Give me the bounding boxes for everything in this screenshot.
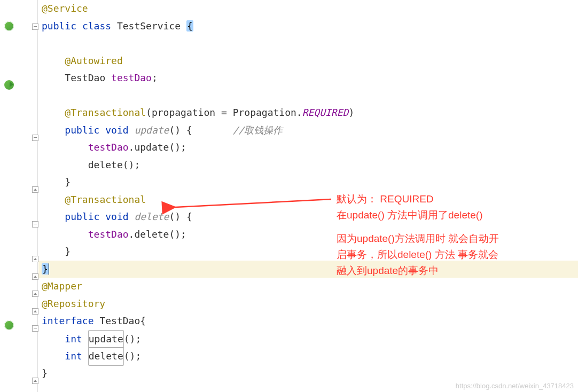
- annotation-token: @Mapper: [42, 280, 82, 292]
- code-line[interactable]: int delete();: [38, 347, 578, 365]
- matched-brace: }: [42, 263, 49, 275]
- code-line[interactable]: }: [38, 365, 578, 382]
- annotation-token: @Autowired: [65, 55, 122, 66]
- annotation-token: @Repository: [42, 298, 105, 309]
- fold-toggle-icon[interactable]: [32, 221, 38, 228]
- fold-toggle-icon[interactable]: [32, 135, 38, 141]
- caret-icon: [49, 263, 50, 275]
- code-line[interactable]: delete();: [38, 156, 578, 174]
- fold-toggle-icon[interactable]: [32, 325, 38, 332]
- fold-end-icon[interactable]: [32, 378, 38, 384]
- code-line[interactable]: TestDao testDao;: [38, 69, 578, 87]
- gutter: [0, 0, 31, 392]
- code-line[interactable]: interface TestDao{: [38, 312, 578, 330]
- code-line[interactable]: public class TestService {: [38, 18, 578, 35]
- code-line[interactable]: testDao.update();: [38, 139, 578, 156]
- code-line[interactable]: @Mapper: [38, 278, 578, 295]
- matched-brace: {: [186, 20, 193, 32]
- fold-end-icon[interactable]: [32, 308, 38, 315]
- code-line[interactable]: int update();: [38, 330, 578, 348]
- annotation-token: @Service: [42, 3, 88, 14]
- code-line[interactable]: [38, 35, 578, 52]
- fold-end-icon[interactable]: [32, 256, 38, 262]
- code-line[interactable]: [38, 87, 578, 105]
- fold-end-icon[interactable]: [32, 273, 38, 280]
- fold-toggle-icon[interactable]: [32, 23, 38, 30]
- method-highlight: delete: [88, 347, 124, 366]
- annotation-token: @Transactional: [65, 107, 146, 118]
- method-highlight: update: [88, 330, 124, 349]
- code-line[interactable]: @Service: [38, 0, 578, 18]
- autowired-icon[interactable]: [4, 80, 14, 90]
- code-editor[interactable]: @Service public class TestService { @Aut…: [0, 0, 578, 392]
- code-line[interactable]: @Repository: [38, 295, 578, 313]
- watermark: https://blog.csdn.net/weixin_43718423: [456, 382, 574, 390]
- fold-end-icon[interactable]: [32, 291, 38, 297]
- code-line[interactable]: @Transactional(propagation = Propagation…: [38, 104, 578, 122]
- code-line[interactable]: }: [38, 174, 578, 191]
- gutter-border: [31, 0, 38, 392]
- fold-end-icon[interactable]: [32, 186, 38, 193]
- spring-bean-icon[interactable]: [4, 21, 14, 31]
- annotation-text: 默认为： REQUIRED 在update() 方法中调用了delete() 因…: [337, 191, 499, 279]
- spring-bean-icon[interactable]: [4, 320, 14, 330]
- annotation-token: @Transactional: [65, 194, 146, 205]
- comment-token: //取钱操作: [233, 124, 283, 136]
- code-line[interactable]: public void update() { //取钱操作: [38, 122, 578, 139]
- code-line[interactable]: @Autowired: [38, 52, 578, 70]
